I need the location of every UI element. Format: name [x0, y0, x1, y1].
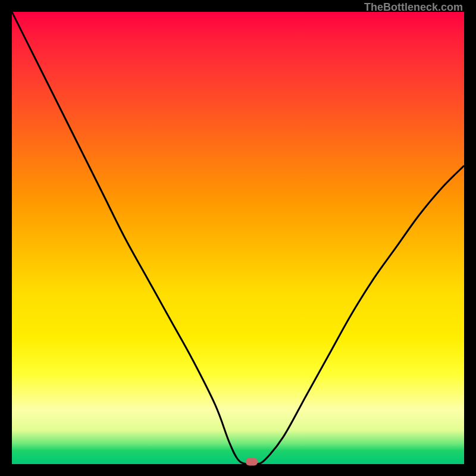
chart-container: TheBottleneck.com — [0, 0, 476, 476]
optimal-marker — [246, 458, 258, 466]
bottleneck-curve — [12, 12, 464, 464]
curve-svg — [12, 12, 464, 464]
attribution-label: TheBottleneck.com — [364, 1, 463, 14]
